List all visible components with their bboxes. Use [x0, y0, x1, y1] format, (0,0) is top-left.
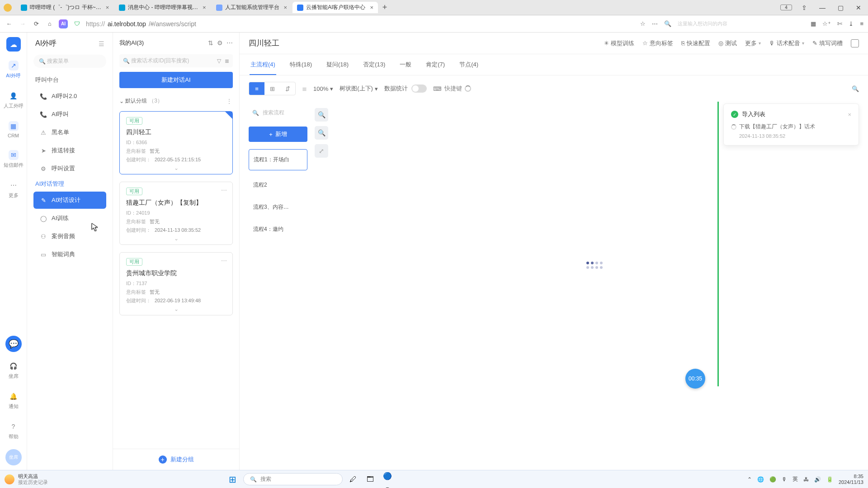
ai-group-header[interactable]: ⌄ 默认分组（3）⋮: [113, 94, 239, 108]
minimize-icon[interactable]: —: [816, 4, 828, 11]
new-ai-button[interactable]: 新建对话AI: [119, 72, 233, 88]
flow-node[interactable]: 流程3、内容…: [249, 200, 307, 215]
profile-avatar-icon[interactable]: [4, 4, 12, 12]
rail-item-sms-mail[interactable]: ✉短信邮件: [0, 147, 27, 171]
group-more-icon[interactable]: ⋮: [226, 98, 233, 104]
star-icon[interactable]: ☆: [640, 20, 646, 27]
action-model-train[interactable]: ✳模型训练: [604, 39, 634, 47]
sidebar-item-push-transfer[interactable]: ➤推送转接: [33, 142, 106, 159]
rail-item-more[interactable]: ⋯更多: [0, 178, 27, 202]
sidebar-item-ai-training[interactable]: ◯AI训练: [33, 210, 106, 227]
tree-layout-select[interactable]: 树状图(上下)▾: [340, 84, 378, 93]
avatar[interactable]: 坐席: [5, 449, 22, 465]
taskbar-app-icon[interactable]: 🖊: [346, 473, 360, 486]
ai-card[interactable]: ⋯ 可用 贵州城市职业学院 ID：7137 意向标签暂无 创建时间：2022-0…: [119, 252, 233, 315]
sidebar-item-call-settings[interactable]: ⚙呼叫设置: [33, 160, 106, 177]
flow-node[interactable]: 流程4：邀约: [249, 222, 307, 237]
card-more-icon[interactable]: ⋯: [221, 187, 228, 193]
close-window-icon[interactable]: ✕: [853, 4, 864, 11]
scissors-icon[interactable]: ✄: [837, 20, 842, 27]
action-more-menu[interactable]: 更多▾: [745, 39, 761, 47]
taskbar-app-icon[interactable]: 🔵: [381, 469, 394, 483]
ime-indicator[interactable]: 英: [793, 475, 798, 483]
flow-node[interactable]: 流程2: [249, 178, 307, 192]
sidebar-item-blacklist[interactable]: ⚠黑名单: [33, 124, 106, 141]
browser-tab[interactable]: 哔哩哔哩 (゜-゜)つロ 干杯~…×: [16, 2, 113, 13]
kebab-icon[interactable]: ⋯: [226, 39, 233, 47]
rail-item-ai-outbound[interactable]: ↗AI外呼: [0, 58, 27, 82]
taskbar-clock[interactable]: 8:352024/11/13: [839, 474, 863, 484]
flow-canvas[interactable]: 🔍搜索流程 +新增 流程1：开场白 流程2 流程3、内容… 流程4：邀约 🔍 🔍…: [240, 102, 868, 470]
rail-item-manual-outbound[interactable]: 👤人工外呼: [0, 88, 27, 112]
rail-item-notifications[interactable]: 🔔通知: [0, 389, 27, 413]
toggle-switch[interactable]: [411, 84, 427, 93]
sort-icon[interactable]: ⇅: [208, 39, 213, 47]
collapse-icon[interactable]: ☰: [99, 40, 104, 47]
locate-icon[interactable]: 🔍: [852, 85, 859, 92]
action-quick-config[interactable]: ⎘快速配置: [681, 39, 710, 47]
close-icon[interactable]: ×: [848, 111, 851, 118]
tray-network-icon[interactable]: 🖧: [803, 476, 809, 483]
ai-card[interactable]: ⋯ 可用 猎趣工厂（女声）【复制】 ID：24019 意向标签暂无 创建时间：2…: [119, 182, 233, 245]
action-intent-tags[interactable]: ☆意向标签: [642, 39, 673, 47]
expand-icon[interactable]: ⌄: [126, 306, 226, 312]
new-group-button[interactable]: +新建分组: [113, 449, 239, 470]
sidebar-item-ai-dialog-design[interactable]: ✎AI对话设计: [33, 192, 106, 209]
extension-icon[interactable]: ⇪: [798, 4, 810, 11]
app-logo-icon[interactable]: ☁: [6, 37, 21, 52]
view-tree-icon[interactable]: ⇵: [280, 82, 295, 95]
close-icon[interactable]: ×: [106, 4, 109, 11]
ai-badge-icon[interactable]: AI: [59, 19, 68, 28]
layout-icon[interactable]: ≣: [225, 58, 229, 64]
taskbar-weather[interactable]: 明天高温接近历史记录: [5, 474, 48, 484]
card-more-icon[interactable]: ⋯: [221, 257, 228, 264]
recording-timer[interactable]: 00:35: [685, 369, 705, 389]
tab-nodes[interactable]: 节点(4): [458, 54, 479, 75]
tray-battery-icon[interactable]: 🔋: [826, 476, 833, 483]
align-icon[interactable]: ≣: [302, 85, 307, 92]
zoom-out-icon[interactable]: 🔍: [315, 126, 328, 140]
reload-icon[interactable]: ⟳: [32, 19, 41, 28]
tray-mic-icon[interactable]: 🎙: [782, 476, 787, 483]
kebab-icon[interactable]: ⋯: [652, 20, 658, 27]
new-tab-button[interactable]: +: [379, 2, 391, 14]
data-stats-toggle[interactable]: 数据统计: [384, 84, 427, 93]
add-flow-button[interactable]: +新增: [249, 127, 307, 142]
reset-zoom-icon[interactable]: ⤢: [315, 144, 328, 158]
action-test[interactable]: ◎测试: [718, 39, 737, 47]
start-icon[interactable]: ⊞: [226, 473, 240, 486]
shield-icon[interactable]: 🛡: [72, 19, 81, 28]
back-icon[interactable]: ←: [5, 19, 14, 28]
url-input[interactable]: https://ai.telrobot.top/#/answers/script: [86, 20, 636, 28]
view-list-icon[interactable]: ≡: [249, 82, 264, 95]
sidebar-item-smart-dict[interactable]: ▭智能词典: [33, 246, 106, 263]
apps-icon[interactable]: ▦: [811, 20, 816, 27]
shortcut-button[interactable]: ⌨快捷键: [433, 84, 471, 93]
tab-negative[interactable]: 否定(13): [362, 54, 386, 75]
action-fill-slot[interactable]: ✎填写词槽: [812, 39, 843, 47]
browser-tab[interactable]: 消息中心 - 哔哩哔哩弹幕视…×: [114, 2, 210, 13]
browser-tab[interactable]: 人工智能系统管理平台×: [212, 2, 292, 13]
sidebar-search-input[interactable]: 🔍 搜索菜单: [33, 55, 106, 68]
tray-volume-icon[interactable]: 🔊: [814, 476, 821, 483]
gear-icon[interactable]: ⚙: [217, 39, 223, 47]
rail-item-agent[interactable]: 🎧坐席: [0, 358, 27, 382]
tab-general[interactable]: 一般: [399, 54, 412, 75]
download-icon[interactable]: ⤓: [849, 20, 854, 27]
tab-special[interactable]: 特殊(18): [289, 54, 313, 75]
chat-bubble-icon[interactable]: 💬: [5, 336, 22, 352]
search-icon[interactable]: 🔍: [664, 20, 671, 27]
taskbar-app-icon[interactable]: 🗔: [363, 473, 377, 486]
tray-chevron-icon[interactable]: ⌃: [747, 476, 752, 483]
sidebar-item-ai-call[interactable]: 📞AI呼叫: [33, 106, 106, 123]
zoom-in-icon[interactable]: 🔍: [315, 108, 328, 122]
tray-icon[interactable]: 🌐: [757, 476, 764, 483]
fullscreen-icon[interactable]: [851, 39, 859, 47]
maximize-icon[interactable]: ▢: [835, 4, 846, 11]
forward-icon[interactable]: →: [18, 19, 27, 28]
rail-item-help[interactable]: ?帮助: [0, 419, 27, 443]
flow-node[interactable]: 流程1：开场白: [249, 149, 307, 170]
expand-icon[interactable]: ⌄: [126, 165, 226, 171]
action-voice-dub[interactable]: 🎙话术配音▾: [769, 39, 804, 47]
pin-extension-icon[interactable]: ☆⁺: [822, 20, 831, 27]
